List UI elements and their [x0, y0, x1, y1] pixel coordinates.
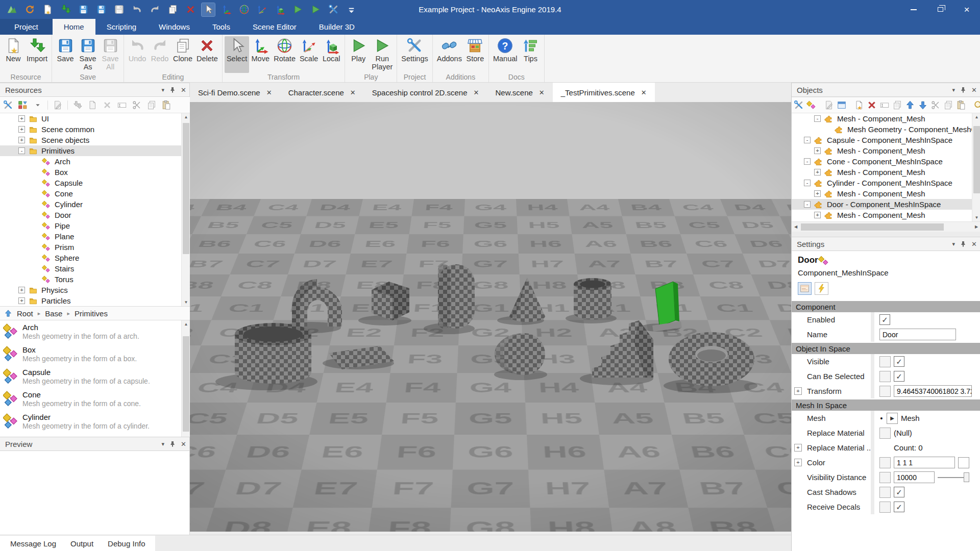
restore-button[interactable] — [927, 0, 953, 19]
rename-icon[interactable] — [879, 99, 890, 111]
primitive-stairs[interactable] — [592, 320, 653, 378]
default-value-box[interactable] — [879, 371, 891, 382]
qat-save-icon[interactable] — [94, 3, 108, 16]
events-button[interactable] — [815, 282, 828, 295]
copy-icon[interactable] — [892, 99, 902, 111]
qat-clone-icon[interactable] — [166, 3, 179, 16]
scene-tab-character-scene[interactable]: Character.scene✕ — [280, 83, 364, 102]
collapse-icon[interactable]: - — [804, 158, 811, 165]
checkbox[interactable]: ✓ — [894, 371, 904, 382]
tree-item-cone-component-meshinspace[interactable]: -Cone - Component_MeshInSpace — [792, 156, 980, 167]
qat-local-icon[interactable] — [273, 3, 286, 16]
menu-tab-scene-editor[interactable]: Scene Editor — [241, 19, 308, 35]
save-button[interactable]: Save — [54, 36, 77, 73]
expand-icon[interactable]: + — [18, 297, 25, 304]
menu-tab-home[interactable]: Home — [53, 19, 95, 35]
color-field[interactable]: 1 1 1 — [894, 457, 955, 468]
qat-caret-down-icon[interactable] — [345, 3, 358, 16]
qat-move-icon[interactable] — [219, 3, 233, 16]
preview-menu-icon[interactable]: ▾ — [162, 441, 165, 447]
collapse-icon[interactable]: - — [814, 115, 821, 122]
new-button[interactable]: ★New — [2, 36, 24, 73]
new-icon[interactable] — [86, 99, 99, 111]
close-tab-icon[interactable]: ✕ — [474, 89, 479, 96]
qat-rotate-icon[interactable] — [237, 3, 251, 16]
preview-pin-icon[interactable] — [169, 441, 176, 447]
build-icon[interactable] — [794, 99, 804, 111]
import-button[interactable]: Import — [24, 36, 50, 73]
qat-refresh-icon[interactable] — [23, 3, 36, 16]
checkbox[interactable]: ✓ — [894, 356, 904, 367]
scissors-icon[interactable] — [930, 99, 941, 111]
arrow-down-icon[interactable] — [918, 99, 928, 111]
primitive-cone[interactable] — [509, 278, 545, 322]
tree-item-particles[interactable]: +Particles — [0, 295, 190, 306]
objects-close-icon[interactable]: ✕ — [971, 87, 977, 93]
save-as-button[interactable]: Save As — [77, 36, 99, 73]
close-button[interactable]: × — [953, 0, 980, 19]
breadcrumb-item-primitives[interactable]: Primitives — [75, 309, 108, 318]
tree-item-mesh-component-mesh[interactable]: +Mesh - Component_Mesh — [792, 188, 980, 199]
new-star-icon[interactable]: ★ — [854, 99, 864, 111]
tree-item-scene-objects[interactable]: +Scene objects — [0, 135, 190, 145]
tree-item-mesh-component-mesh[interactable]: +Mesh - Component_Mesh — [792, 145, 980, 156]
expand-icon[interactable]: + — [794, 459, 802, 466]
bottom-tab-debug-info[interactable]: Debug Info — [101, 536, 152, 551]
qat-play-icon[interactable] — [309, 3, 322, 16]
select-button[interactable]: Select — [225, 36, 249, 73]
breadcrumb-item-root[interactable]: Root — [17, 309, 33, 318]
build-icon[interactable] — [2, 99, 14, 111]
edit-page-icon[interactable] — [824, 99, 834, 111]
minimize-button[interactable] — [900, 0, 927, 19]
resources-menu-icon[interactable]: ▾ — [162, 87, 165, 93]
qat-play-icon[interactable] — [291, 3, 304, 16]
tree-item-scene-common[interactable]: +Scene common — [0, 124, 190, 135]
settings-menu-icon[interactable]: ▾ — [952, 241, 955, 247]
window-icon[interactable] — [837, 99, 847, 111]
bottom-tab-output[interactable]: Output — [63, 536, 101, 551]
expand-icon[interactable]: + — [18, 126, 25, 133]
paste-icon[interactable] — [160, 99, 173, 111]
expand-icon[interactable]: + — [814, 147, 821, 154]
default-value-box[interactable] — [879, 428, 891, 439]
list-item-cylinder[interactable]: CylinderMesh geometry in the form of a c… — [0, 410, 190, 433]
display-options-icon[interactable] — [17, 99, 29, 111]
addons-button[interactable]: Addons — [435, 36, 464, 73]
scene-tab-new-scene[interactable]: New.scene✕ — [487, 83, 552, 102]
scene-tab-spaceship-control-2d-scene[interactable]: Spaceship control 2D.scene✕ — [364, 83, 487, 102]
caret-icon[interactable] — [32, 99, 44, 111]
primitive-box[interactable] — [372, 282, 409, 320]
tree-item-capsule[interactable]: Capsule — [0, 178, 190, 188]
objects-hscrollbar[interactable]: ◀▶ — [792, 221, 980, 232]
qat-build-icon[interactable] — [327, 3, 340, 16]
reference-button[interactable]: ▶ — [887, 413, 898, 424]
close-tab-icon[interactable]: ✕ — [641, 89, 647, 96]
close-tab-icon[interactable]: ✕ — [539, 89, 545, 96]
menu-tab-windows[interactable]: Windows — [148, 19, 201, 35]
menu-tab-scripting[interactable]: Scripting — [95, 19, 148, 35]
menu-tab-tools[interactable]: Tools — [201, 19, 241, 35]
resources-pin-icon[interactable] — [169, 87, 176, 93]
default-value-box[interactable] — [879, 386, 891, 397]
primitive-sphere[interactable] — [495, 333, 545, 375]
tree-item-mesh-component-mesh[interactable]: +Mesh - Component_Mesh — [792, 210, 980, 220]
mesh-icon[interactable] — [806, 99, 817, 111]
tree-item-cylinder-component-meshinspace[interactable]: -Cylinder - Component_MeshInSpace — [792, 178, 980, 188]
menu-tab-project[interactable]: Project — [0, 19, 53, 35]
checkbox[interactable]: ✓ — [894, 487, 904, 497]
local-button[interactable]: Local — [320, 36, 342, 73]
default-value-box[interactable] — [879, 472, 891, 483]
tree-item-mesh-component-mesh[interactable]: -Mesh - Component_Mesh — [792, 113, 980, 124]
default-value-box[interactable] — [879, 356, 891, 367]
default-value-box[interactable] — [879, 487, 891, 498]
value-field[interactable]: 10000 — [894, 471, 935, 483]
scene-tab-sci-fi-demo-scene[interactable]: Sci-fi Demo.scene✕ — [190, 83, 280, 102]
store-button[interactable]: Store — [464, 36, 486, 73]
move-button[interactable]: Move — [249, 36, 272, 73]
qat-save-icon[interactable] — [77, 3, 90, 16]
settings-pin-icon[interactable] — [960, 241, 966, 247]
close-tab-icon[interactable]: ✕ — [266, 89, 272, 96]
scissors-icon[interactable] — [131, 99, 143, 111]
tree-item-arch[interactable]: Arch — [0, 156, 190, 167]
qat-delete-icon[interactable] — [184, 3, 197, 16]
